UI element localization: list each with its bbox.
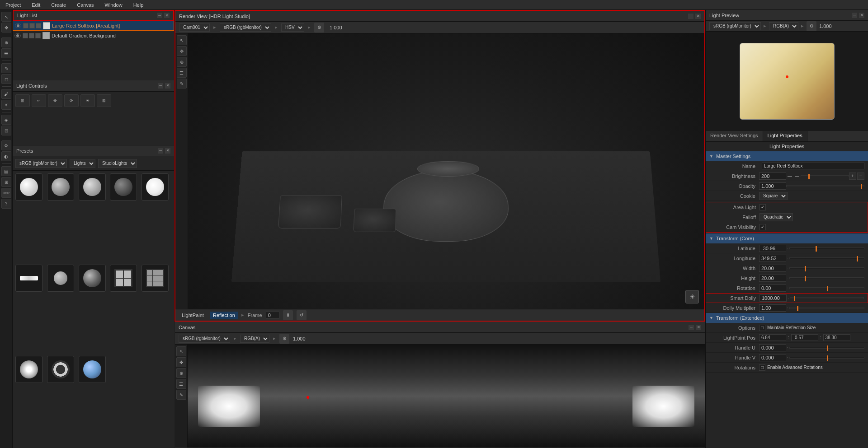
- lp-arealight-check[interactable]: ✓: [760, 204, 766, 210]
- rv-tool-4[interactable]: ☰: [177, 68, 187, 78]
- tab-lightpaint[interactable]: LightPaint: [179, 312, 207, 319]
- preset-7[interactable]: [79, 265, 106, 292]
- preview-minimize[interactable]: ─: [852, 13, 857, 18]
- menu-help[interactable]: Help: [132, 1, 146, 9]
- preset-1[interactable]: [47, 173, 74, 201]
- lp-longitude-slider[interactable]: [789, 257, 864, 259]
- canvas-tool-1[interactable]: ↖: [176, 346, 186, 356]
- lp-latitude-slider[interactable]: [789, 247, 864, 249]
- toolbar-paint[interactable]: 🖌: [1, 89, 11, 99]
- lp-longitude-value[interactable]: 349.52: [759, 255, 786, 262]
- canvas-close[interactable]: ✕: [696, 325, 701, 330]
- toolbar-hand[interactable]: ☰: [1, 48, 11, 58]
- ctrl-prev[interactable]: ↩: [32, 94, 46, 107]
- rv-tool-5[interactable]: ✎: [177, 79, 187, 89]
- light-item-1[interactable]: Default Gradient Background: [13, 31, 174, 41]
- ctrl-move[interactable]: ✥: [48, 94, 62, 107]
- colormode-select[interactable]: sRGB (rgbMonitor): [220, 23, 271, 32]
- toolbar-hdri[interactable]: HDR: [1, 188, 11, 198]
- lp-brightness-plus[interactable]: +: [849, 173, 856, 180]
- light-list-minimize[interactable]: ─: [157, 13, 162, 18]
- toolbar-transform[interactable]: ⊡: [1, 126, 11, 135]
- preview-settings-btn[interactable]: ⚙: [807, 21, 816, 31]
- light-vis-icon-0[interactable]: [15, 23, 21, 28]
- light-controls-close[interactable]: ✕: [165, 83, 170, 89]
- lp-advrot-check[interactable]: □: [759, 364, 765, 371]
- toolbar-select[interactable]: ◈: [1, 115, 11, 125]
- toolbar-zoom[interactable]: ⊕: [1, 37, 11, 47]
- preview-colorspace[interactable]: RGB(A): [769, 22, 798, 30]
- lp-rotation-value[interactable]: 0.00: [759, 285, 786, 292]
- lp-height-slider[interactable]: [789, 277, 864, 279]
- toolbar-sun[interactable]: ☀: [1, 100, 11, 110]
- preset-12[interactable]: [79, 356, 106, 383]
- preset-6[interactable]: [47, 265, 74, 292]
- camera-select[interactable]: Cam001: [179, 23, 210, 32]
- ctrl-grid2[interactable]: ⊠: [97, 94, 111, 107]
- lp-brightness-minus[interactable]: −: [857, 173, 864, 180]
- render-view-close[interactable]: ✕: [695, 14, 701, 19]
- lp-name-input[interactable]: [762, 163, 864, 169]
- lp-dollymult-value[interactable]: 1.00: [759, 304, 786, 312]
- render-settings-btn[interactable]: ⚙: [314, 23, 324, 33]
- presets-close[interactable]: ✕: [165, 148, 170, 154]
- lp-maintain-check[interactable]: □: [759, 325, 765, 331]
- lp-smartdolly-slider[interactable]: [790, 297, 864, 299]
- preset-9[interactable]: [142, 265, 169, 292]
- canvas-tool-3[interactable]: ⊕: [176, 368, 186, 378]
- tab-light-properties[interactable]: Light Properties: [763, 131, 807, 141]
- canvas-colormode-select[interactable]: sRGB (rgbMonitor): [179, 335, 230, 343]
- transform-ext-header[interactable]: ▼ Transform (Extended): [706, 313, 868, 323]
- menu-project[interactable]: Project: [4, 1, 23, 9]
- lp-lpp-x[interactable]: 6.84: [759, 334, 786, 341]
- preset-2[interactable]: [79, 173, 106, 201]
- menu-edit[interactable]: Edit: [30, 1, 42, 9]
- light-list-close[interactable]: ✕: [164, 13, 170, 18]
- ctrl-sun2[interactable]: ☀: [80, 94, 95, 107]
- canvas-colorspace-select[interactable]: RGB(A): [240, 335, 269, 343]
- rv-tool-1[interactable]: ↖: [177, 35, 187, 45]
- lp-height-value[interactable]: 20.00: [759, 275, 786, 282]
- toolbar-question[interactable]: ?: [1, 199, 11, 209]
- tab-render-view-settings[interactable]: Render View Settings: [706, 131, 763, 141]
- ctrl-rotate[interactable]: ⟳: [64, 94, 79, 107]
- menu-canvas[interactable]: Canvas: [75, 1, 95, 9]
- tab-reflection[interactable]: Reflection: [210, 312, 238, 319]
- preset-5[interactable]: [15, 265, 42, 292]
- presets-minimize[interactable]: ─: [158, 148, 163, 154]
- preset-10[interactable]: [15, 356, 42, 383]
- toolbar-pointer[interactable]: ↖: [1, 12, 11, 22]
- lp-handlev-value[interactable]: 0.000: [759, 354, 786, 361]
- lp-falloff-select[interactable]: Quadratic: [760, 213, 793, 221]
- toolbar-brush[interactable]: ✎: [1, 63, 11, 73]
- ctrl-frame[interactable]: ⊞: [15, 94, 30, 107]
- light-item-0[interactable]: Large Rect Softbox [AreaLight]: [13, 21, 174, 31]
- master-settings-header[interactable]: ▼ Master Settings: [706, 151, 868, 161]
- preset-colormode-select[interactable]: sRGB (rgbMonitor): [15, 159, 67, 168]
- rv-tool-3[interactable]: ⊕: [177, 57, 187, 67]
- colorspace-select[interactable]: HSV: [281, 23, 304, 32]
- sun-icon[interactable]: ☀: [685, 290, 699, 303]
- lp-lpp-y[interactable]: -0.57: [791, 334, 818, 341]
- light-vis-icon-1[interactable]: [14, 33, 21, 38]
- menu-create[interactable]: Create: [49, 1, 68, 9]
- preview-close[interactable]: ✕: [859, 13, 864, 18]
- canvas-tool-4[interactable]: ☰: [176, 379, 186, 389]
- refresh-btn[interactable]: ↺: [297, 310, 307, 320]
- lp-smartdolly-value[interactable]: 1000.00: [760, 294, 787, 302]
- toolbar-settings2[interactable]: ◐: [1, 151, 11, 161]
- preset-3[interactable]: [110, 173, 137, 201]
- lp-brightness-slider[interactable]: [801, 175, 849, 177]
- toolbar-grid[interactable]: ⊞: [1, 177, 11, 187]
- preset-0[interactable]: [15, 173, 42, 201]
- preset-8[interactable]: [110, 265, 137, 292]
- lp-camvis-check[interactable]: ✓: [760, 224, 766, 230]
- preset-subcategory-select[interactable]: StudioLights: [98, 159, 137, 168]
- lp-cookie-select[interactable]: Square: [759, 192, 788, 200]
- transform-core-header[interactable]: ▼ Transform (Core): [706, 233, 868, 243]
- lp-handlev-slider[interactable]: [789, 357, 864, 359]
- lp-handleu-slider[interactable]: [789, 347, 864, 349]
- lp-latitude-value[interactable]: -30.96: [759, 245, 786, 252]
- preset-category-select[interactable]: Lights: [70, 159, 95, 168]
- lp-lpp-z[interactable]: 38.30: [823, 334, 850, 341]
